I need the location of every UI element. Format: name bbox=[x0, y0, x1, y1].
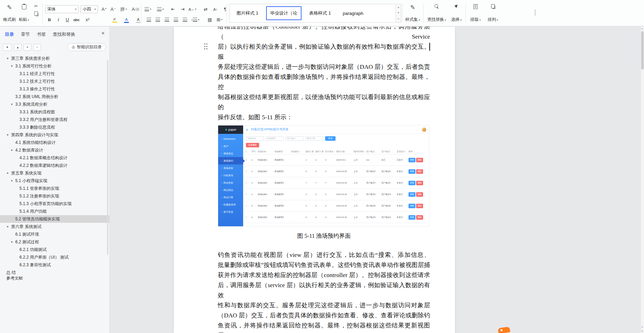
align-center-button[interactable] bbox=[154, 16, 162, 24]
document-page[interactable]: 给相应的控制器层（Controller 层）。控制器接收到这些请求后，调用服务层… bbox=[174, 27, 455, 333]
expand-triangle-icon[interactable]: ▼ bbox=[10, 65, 15, 68]
shading-button[interactable]: ▨ bbox=[206, 16, 214, 24]
figure-caption[interactable]: 图 5-11 渔场预约界面 bbox=[218, 231, 430, 241]
cut-button[interactable]: ✂ bbox=[34, 3, 38, 9]
outline-item[interactable]: ▼ 第四章 系统的设计与实现 bbox=[0, 131, 109, 139]
outline-item[interactable]: ▼ 4.2.1 数据库概念结构设计 bbox=[0, 154, 109, 162]
outline-item[interactable]: ▼ 6.1 测试环境 bbox=[0, 230, 109, 238]
expand-triangle-icon[interactable]: ▼ bbox=[6, 225, 11, 228]
outline-item[interactable]: ▼ 5.2 管理员功能模块实现 bbox=[0, 215, 109, 223]
strikethrough-button[interactable]: abc bbox=[72, 16, 81, 24]
gallery-more-icon[interactable]: ≡ bbox=[398, 17, 399, 21]
document-line[interactable]: 具体的数据操作如查看或删除渔场预约，并将操作结果返回给控制器。最终，控 bbox=[218, 72, 430, 92]
outline-item[interactable]: ▼ 4.2 数据库设计 bbox=[0, 146, 109, 154]
main-scrollbar[interactable]: ▲ ▼ ▼ bbox=[641, 27, 644, 333]
document-line[interactable]: 获并作为请求发送给相应的控制器层（controller 层）。控制器接收到这些请… bbox=[218, 270, 430, 280]
style-chip[interactable]: 毕业设计（论 bbox=[266, 6, 302, 20]
numbered-list-button[interactable]: ▾ bbox=[156, 5, 165, 13]
outline-item[interactable]: ▼ 第六章 系统测试 bbox=[0, 223, 109, 230]
outline-level-select[interactable]: ▾ bbox=[3, 44, 12, 51]
document-line[interactable]: 给相应的控制器层（Controller 层）。控制器接收到这些请求后，调用服务层… bbox=[218, 27, 430, 42]
outline-item[interactable]: ▼ 4.1 系统功能结构设计 bbox=[0, 139, 109, 146]
bold-button[interactable]: B bbox=[45, 16, 53, 24]
phonetic-guide-button[interactable]: 拼▾ bbox=[119, 5, 128, 13]
expand-triangle-icon[interactable]: ▼ bbox=[10, 149, 15, 152]
superscript-button[interactable]: x² bbox=[83, 16, 92, 24]
borders-button[interactable]: ⊞▾ bbox=[215, 16, 224, 24]
paragraph-drag-handle[interactable] bbox=[204, 43, 208, 50]
document-line[interactable]: 层）以执行相关的业务逻辑，例如验证输入数据的有效性和与数据库的交互。服 bbox=[218, 42, 430, 62]
bullet-list-button[interactable]: ▾ bbox=[144, 5, 152, 13]
outline-item[interactable]: ▼ 第五章 系统实现 bbox=[0, 169, 109, 177]
document-line[interactable]: 钓鱼资讯功能在视图层（view 层）进行交互，比如点击“搜索、添加信息、 bbox=[218, 250, 430, 260]
outline-item[interactable]: ▼ 第三章 系统需求分析 bbox=[0, 55, 109, 62]
expand-triangle-icon[interactable]: ▼ bbox=[10, 179, 15, 182]
outline-item[interactable]: ▼ 3.1.3 操作上可行性 bbox=[0, 85, 109, 93]
format-painter-button[interactable]: ✎ 格式刷 bbox=[2, 2, 17, 24]
expand-all-button[interactable]: + bbox=[24, 44, 31, 51]
document-line[interactable]: 后，调用服务层（service 层）以执行相关的业务逻辑，例如验证输入数据的有效 bbox=[218, 280, 430, 300]
outline-item[interactable]: ▼ 3.1.1 经济上可行性 bbox=[0, 70, 109, 78]
document-line[interactable]: 批量删除或审核”按钮或填写钓鱼资讯表单。这些钓鱼资讯表单动作被视图层捕 bbox=[218, 260, 430, 270]
increase-indent-button[interactable]: ⇥ bbox=[179, 5, 187, 13]
clear-format-button[interactable]: A⌫ bbox=[131, 5, 140, 13]
document-line[interactable]: 制器根据这些结果更新视图层，以便渔场预约功能可以看到最新的信息或相应的 bbox=[218, 92, 430, 112]
outline-item[interactable]: ▼ 3.1 系统可行性分析 bbox=[0, 62, 109, 70]
line-spacing-button[interactable]: ↕▾ bbox=[191, 16, 199, 24]
show-marks-button[interactable]: ¶ bbox=[221, 5, 229, 13]
expand-triangle-icon[interactable]: ▼ bbox=[6, 57, 11, 60]
collapse-ribbon-button[interactable] bbox=[535, 10, 535, 16]
shrink-font-button[interactable]: A⁻ bbox=[109, 5, 117, 13]
char-scale-button[interactable]: A↔▾ bbox=[188, 5, 197, 13]
figure-5-11-image[interactable]: ❖paper ≡ 钓鱼社交APP的设计与开发 bbox=[218, 125, 429, 227]
scroll-up-icon[interactable]: ▲ bbox=[641, 27, 643, 30]
collapse-all-button[interactable]: − bbox=[33, 44, 41, 51]
style-chip[interactable]: paragraph bbox=[339, 7, 368, 20]
outline-up-button[interactable]: ▴ bbox=[14, 44, 22, 51]
sidebar-tab[interactable]: 书签 bbox=[37, 31, 46, 38]
sidebar-scrollbar[interactable] bbox=[107, 60, 108, 255]
align-right-button[interactable] bbox=[163, 16, 171, 24]
style-chip[interactable]: 图片样式 1 bbox=[232, 6, 263, 20]
outline-item[interactable]: ▼ 4.2.2 数据库逻辑结构设计 bbox=[0, 162, 109, 169]
align-justify-button[interactable] bbox=[172, 16, 180, 24]
outline-item[interactable]: ▼ 3.3.1 系统的流程图 bbox=[0, 108, 109, 116]
select-button[interactable]: 选择▾ bbox=[449, 2, 464, 24]
underline-button[interactable]: U bbox=[63, 16, 72, 24]
gallery-down-icon[interactable]: ▼ bbox=[397, 11, 400, 14]
outline-item[interactable]: ▼ 6.2.3 兼容性测试 bbox=[0, 261, 109, 269]
highlight-color-button[interactable]: ✐ bbox=[110, 16, 119, 24]
close-icon[interactable]: × bbox=[101, 30, 105, 36]
font-color-button[interactable]: A bbox=[122, 16, 131, 24]
gallery-up-icon[interactable]: ▲ bbox=[397, 6, 400, 8]
sort-button[interactable]: A↕ bbox=[211, 5, 220, 13]
grow-font-button[interactable]: A⁺ bbox=[100, 5, 108, 13]
style-chip[interactable]: 表格样式 1 bbox=[305, 6, 335, 20]
scroll-pagedown-icon[interactable]: ▼ bbox=[641, 326, 643, 328]
align-left-button[interactable] bbox=[145, 16, 153, 24]
scroll-down-icon[interactable]: ▼ bbox=[641, 330, 643, 332]
outline-item[interactable]: ▼ 5.1.4 用户功能 bbox=[0, 208, 109, 215]
italic-button[interactable]: I bbox=[54, 16, 63, 24]
expand-triangle-icon[interactable]: ▼ bbox=[10, 103, 15, 106]
align-distribute-button[interactable] bbox=[181, 16, 189, 24]
outline-item[interactable]: ▼ 5.1 小程序端实现 bbox=[0, 177, 109, 185]
font-size-select[interactable]: 小四▾ bbox=[81, 5, 98, 13]
sidebar-tab[interactable]: 查找和替换 bbox=[53, 31, 75, 38]
outline-item[interactable]: ▼ 3.2 系统 UML 用例分析 bbox=[0, 93, 109, 100]
outline-item[interactable]: ▼ 5.1.2 注册界面的实现 bbox=[0, 192, 109, 200]
sidebar-tab[interactable]: 目录 bbox=[5, 31, 14, 38]
outline-item[interactable]: ▼ 3.3.3 删除信息流程 bbox=[0, 123, 109, 131]
paste-button[interactable]: 粘贴▾ bbox=[17, 2, 31, 24]
outline-item[interactable]: ▼ 3.3 系统流程分析 bbox=[0, 100, 109, 108]
font-name-select[interactable]: 宋体▾ bbox=[45, 5, 79, 13]
outline-item[interactable]: ▼ 6.2 测试过程 bbox=[0, 238, 109, 246]
expand-triangle-icon[interactable]: ▼ bbox=[6, 133, 11, 137]
outline-item[interactable]: ▼ 3.1.2 技术上可行性 bbox=[0, 78, 109, 85]
outline-item[interactable]: ▼ 5.1.1 登录界面的实现 bbox=[0, 185, 109, 192]
outline-item[interactable]: ▼ 3.3.2 用户注册和登录流程 bbox=[0, 116, 109, 123]
decrease-indent-button[interactable]: ⇤ bbox=[169, 5, 177, 13]
document-line[interactable]: 操作反馈。如图 5-11 所示： bbox=[218, 112, 430, 122]
style-set-button[interactable]: ✎ 样式集▾ bbox=[404, 2, 421, 24]
find-replace-button[interactable]: 查找替换▾ bbox=[426, 2, 447, 24]
